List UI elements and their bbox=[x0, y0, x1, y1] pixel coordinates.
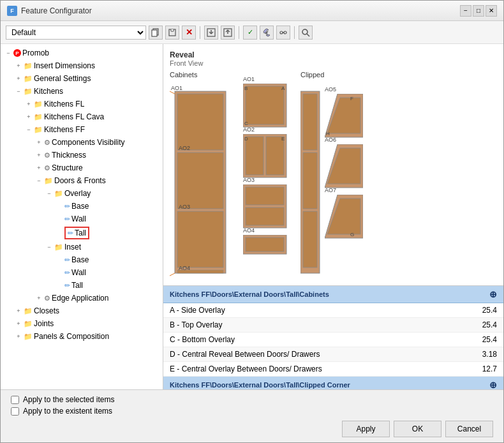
section-header-clipped[interactable]: Kitchens FF\Doors\External Doors\Tall\Cl… bbox=[163, 377, 503, 389]
tree-item-components-visibility[interactable]: + ⚙ Components Visibility bbox=[1, 136, 163, 149]
tree-item-inset-wall[interactable]: + ✏ Wall bbox=[1, 266, 163, 279]
folder-icon-inset: 📁 bbox=[54, 243, 63, 252]
small-cab-ao2: AO2 DE bbox=[243, 134, 288, 181]
apply-selected-checkbox[interactable] bbox=[11, 396, 19, 404]
svg-rect-1 bbox=[152, 30, 157, 36]
tree-item-inset[interactable]: − 📁 Inset bbox=[1, 241, 163, 253]
expand-structure[interactable]: + bbox=[34, 163, 44, 173]
section-header-cabinets[interactable]: Kitchens FF\Doors\External Doors\Tall\Ca… bbox=[163, 286, 503, 303]
tree-item-wall[interactable]: + ✏ Wall bbox=[1, 213, 163, 225]
small-cab-ao7: AO7 G bbox=[325, 195, 363, 241]
folder-icon-overlay: 📁 bbox=[54, 190, 63, 198]
tree-item-kitchens-fl[interactable]: + 📁 Kitchens FL bbox=[1, 98, 163, 110]
close-button[interactable]: ✕ bbox=[485, 5, 497, 17]
tree-item-kitchens-fl-cava[interactable]: + 📁 Kitchens FL Cava bbox=[1, 110, 163, 123]
inset-wall-label: Wall bbox=[71, 268, 86, 277]
tree-item-inset-tall[interactable]: + ✏ Tall bbox=[1, 279, 163, 292]
export-icon-btn[interactable] bbox=[221, 26, 235, 40]
import-icon-btn[interactable] bbox=[204, 26, 218, 40]
minimize-button[interactable]: − bbox=[460, 5, 471, 17]
tree-item-closets[interactable]: + 📁 Closets bbox=[1, 304, 163, 317]
expand-thickness[interactable]: + bbox=[34, 150, 44, 160]
svg-rect-15 bbox=[177, 153, 223, 209]
checkbox-row-1: Apply to the selected items bbox=[11, 395, 493, 404]
expand-overlay[interactable]: − bbox=[44, 188, 54, 199]
folder-icon-closets: 📁 bbox=[24, 307, 33, 315]
tree-item-panels-composition[interactable]: + 📁 Panels & Composition bbox=[1, 330, 163, 343]
tree-item-doors-fronts[interactable]: − 📁 Doors & Fronts bbox=[1, 174, 163, 187]
folder-icon-kitchens-fl: 📁 bbox=[34, 100, 43, 109]
gear-icon-structure: ⚙ bbox=[44, 164, 50, 172]
tree-item-thickness[interactable]: + ⚙ Thickness bbox=[1, 149, 163, 161]
main-window: F Feature Configurator − □ ✕ Default ✕ ✓ bbox=[0, 0, 504, 443]
expand-kitchens[interactable]: − bbox=[13, 86, 24, 96]
svg-text:B: B bbox=[244, 86, 248, 91]
copy-icon-btn[interactable] bbox=[149, 26, 163, 40]
maximize-button[interactable]: □ bbox=[473, 5, 484, 17]
ok-button[interactable]: OK bbox=[394, 421, 441, 437]
link-icon-btn[interactable] bbox=[260, 26, 274, 40]
folder-icon-doors: 📁 bbox=[44, 177, 53, 185]
expand-components-vis[interactable]: + bbox=[34, 137, 44, 147]
search-button[interactable] bbox=[299, 26, 313, 40]
apply-button[interactable]: Apply bbox=[342, 421, 390, 437]
tree-item-base[interactable]: + ✏ Base bbox=[1, 200, 163, 213]
tree-item-promob[interactable]: − P Promob bbox=[1, 47, 163, 59]
prop-value: 25.4 bbox=[455, 333, 504, 347]
folder-icon-kitchens: 📁 bbox=[24, 87, 33, 96]
bottom-bar: Apply to the selected items Apply to the… bbox=[1, 389, 503, 442]
kitchens-ff-label: Kitchens FF bbox=[44, 125, 85, 134]
folder-icon-general: 📁 bbox=[24, 75, 33, 83]
expand-kitchens-fl[interactable]: + bbox=[24, 99, 34, 109]
tree-item-overlay[interactable]: − 📁 Overlay bbox=[1, 187, 163, 200]
expand-doors-fronts[interactable]: − bbox=[34, 176, 44, 186]
expand-general-settings[interactable]: + bbox=[13, 73, 24, 84]
svg-rect-39 bbox=[303, 94, 317, 150]
tree-item-general-settings[interactable]: + 📁 General Settings bbox=[1, 72, 163, 85]
expand-insert-dims[interactable]: + bbox=[13, 61, 24, 71]
tree-item-tall[interactable]: + ✏ Tall bbox=[1, 225, 163, 241]
separator-1 bbox=[200, 26, 200, 39]
paste-icon-btn[interactable] bbox=[165, 26, 179, 40]
expand-kitchens-fl-cava[interactable]: + bbox=[24, 112, 34, 122]
prop-label: A - Side Overlay bbox=[163, 303, 455, 318]
expand-panels[interactable]: + bbox=[13, 331, 24, 342]
tree-item-edge-application[interactable]: + ⚙ Edge Application bbox=[1, 292, 163, 304]
collapse-clipped-icon[interactable]: ⊕ bbox=[489, 380, 497, 389]
tall-cabinet-svg: AO1 AO2 AO3 AO4 bbox=[170, 81, 230, 279]
expand-closets[interactable]: + bbox=[13, 306, 24, 316]
tree-item-joints[interactable]: + 📁 Joints bbox=[1, 317, 163, 330]
svg-rect-14 bbox=[177, 94, 223, 150]
pencil-icon-inset-tall: ✏ bbox=[64, 282, 70, 290]
check-icon-btn[interactable]: ✓ bbox=[243, 26, 257, 40]
panels-composition-label: Panels & Composition bbox=[34, 332, 109, 341]
svg-text:C: C bbox=[244, 121, 248, 126]
expand-edge-app[interactable]: + bbox=[34, 293, 44, 303]
expand-promob[interactable]: − bbox=[3, 48, 13, 58]
expand-inset[interactable]: − bbox=[44, 242, 54, 252]
apply-existent-checkbox[interactable] bbox=[11, 407, 19, 416]
chain-icon-btn[interactable] bbox=[276, 26, 290, 40]
cancel-button[interactable]: Cancel bbox=[445, 421, 493, 437]
svg-rect-41 bbox=[303, 211, 317, 267]
tree-item-kitchens[interactable]: − 📁 Kitchens bbox=[1, 85, 163, 98]
pencil-icon-base: ✏ bbox=[64, 202, 70, 211]
prop-label: D - Central Reveal Between Doors/ Drawer… bbox=[163, 347, 455, 362]
right-panel: Reveal Front View Cabinets AO1 bbox=[163, 44, 503, 389]
delete-icon-btn[interactable]: ✕ bbox=[182, 26, 196, 40]
tree-item-inset-base[interactable]: + ✏ Base bbox=[1, 253, 163, 266]
tree-item-structure[interactable]: + ⚙ Structure bbox=[1, 161, 163, 174]
config-dropdown[interactable]: Default bbox=[6, 26, 146, 40]
tree-item-kitchens-ff[interactable]: − 📁 Kitchens FF bbox=[1, 123, 163, 136]
overlay-label: Overlay bbox=[64, 189, 91, 198]
expand-joints[interactable]: + bbox=[13, 319, 24, 329]
prop-value: 25.4 bbox=[455, 303, 504, 318]
collapse-cabinets-icon[interactable]: ⊕ bbox=[489, 289, 497, 299]
expand-kitchens-ff[interactable]: − bbox=[24, 124, 34, 135]
table-row: D - Central Reveal Between Doors/ Drawer… bbox=[163, 347, 503, 362]
tree-item-insert-dimensions[interactable]: + 📁 Insert Dimensions bbox=[1, 59, 163, 72]
svg-text:H: H bbox=[326, 131, 330, 137]
thickness-label: Thickness bbox=[52, 151, 86, 160]
inset-base-label: Base bbox=[71, 255, 89, 264]
main-content: − P Promob + 📁 Insert Dimensions + 📁 Gen… bbox=[1, 44, 503, 389]
